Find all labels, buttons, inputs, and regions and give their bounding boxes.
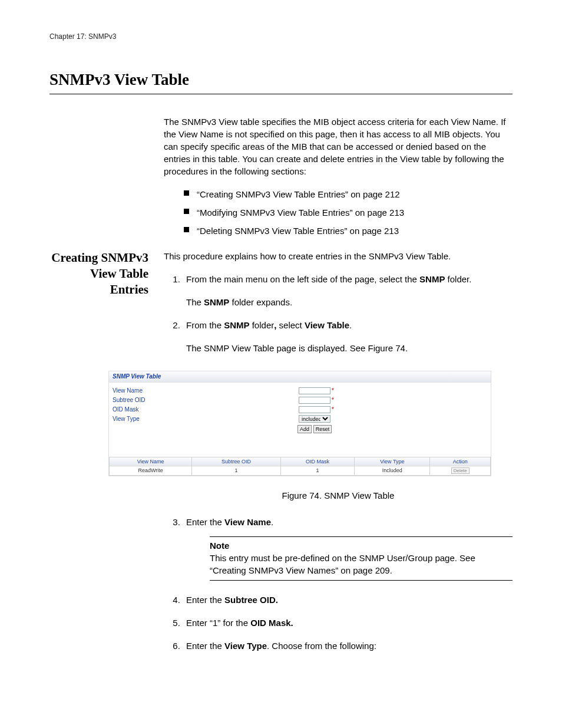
step-text: Enter the <box>186 641 224 651</box>
step-text: folder. <box>445 274 471 284</box>
list-item: “Creating SNMPv3 View Table Entries” on … <box>184 188 513 200</box>
section-side-heading: Creating SNMPv3 View Table Entries <box>49 250 164 298</box>
step-item: From the SNMP folder, select View Table.… <box>183 319 513 354</box>
step-text-bold: View Type <box>224 641 267 651</box>
step-text-bold: SNMP <box>224 320 249 330</box>
step-result: The SNMP folder expands. <box>186 296 513 308</box>
step-text: Enter the <box>186 517 224 527</box>
cell-view-name: ReadWrite <box>110 466 192 476</box>
step-text: From the <box>186 320 224 330</box>
step-text: Enter “1” for the <box>186 618 250 628</box>
snmp-view-data-table: View Name Subtree OID OID Mask View Type… <box>109 457 491 476</box>
chapter-header: Chapter 17: SNMPv3 <box>49 32 513 42</box>
cell-oid-mask: 1 <box>280 466 354 476</box>
step-text-bold: OID Mask. <box>250 618 293 628</box>
step-text-bold: SNMP <box>204 297 229 307</box>
intro-paragraph: The SNMPv3 View table specifies the MIB … <box>164 116 513 177</box>
required-asterisk: * <box>332 406 334 414</box>
required-asterisk: * <box>332 387 334 395</box>
step-text: Enter the <box>186 595 224 605</box>
col-header: Subtree OID <box>192 457 281 466</box>
note-body: This entry must be pre-defined on the SN… <box>210 552 513 577</box>
step-text: . <box>349 320 352 330</box>
step-text: From the main menu on the left side of t… <box>186 274 419 284</box>
step-result: The SNMP View Table page is displayed. S… <box>186 342 513 354</box>
step-text: select <box>276 320 305 330</box>
col-header: Action <box>430 457 491 466</box>
step-text-bold: View Table <box>305 320 349 330</box>
procedure-intro: This procedure explains how to create en… <box>164 250 513 262</box>
step-item: Enter the View Type. Choose from the fol… <box>183 640 513 652</box>
table-row: ReadWrite 1 1 Included Delete <box>110 466 491 476</box>
add-button[interactable]: Add <box>297 425 312 433</box>
note-label: Note <box>210 539 513 552</box>
field-label-subtree-oid: Subtree OID <box>111 396 299 404</box>
subtree-oid-input[interactable] <box>299 397 330 404</box>
page-title: SNMPv3 View Table <box>49 69 513 94</box>
step-item: Enter “1” for the OID Mask. <box>183 617 513 629</box>
step-text: The <box>186 297 204 307</box>
figure-caption: Figure 74. SNMP View Table <box>164 489 513 502</box>
step-item: From the main menu on the left side of t… <box>183 273 513 308</box>
step-item: Enter the Subtree OID. <box>183 594 513 606</box>
view-type-select[interactable]: included <box>299 415 330 423</box>
field-label-oid-mask: OID Mask <box>111 406 299 414</box>
col-header: View Name <box>110 457 192 466</box>
field-label-view-name: View Name <box>111 387 299 395</box>
cell-subtree-oid: 1 <box>192 466 281 476</box>
panel-title: SNMP View Table <box>109 371 491 383</box>
note-box: Note This entry must be pre-defined on t… <box>210 536 513 581</box>
step-text-bold: View Name <box>224 517 271 527</box>
step-text: . Choose from the following: <box>267 641 376 651</box>
step-text: . <box>271 517 273 527</box>
reset-button[interactable]: Reset <box>313 425 332 433</box>
step-text: folder expands. <box>229 297 292 307</box>
view-name-input[interactable] <box>299 387 330 394</box>
delete-button[interactable]: Delete <box>451 467 470 474</box>
required-asterisk: * <box>332 396 334 404</box>
step-text: folder <box>250 320 275 330</box>
oid-mask-input[interactable] <box>299 406 330 413</box>
section-links-list: “Creating SNMPv3 View Table Entries” on … <box>184 188 513 237</box>
figure-snmp-view-table: SNMP View Table View Name * Subtree OID … <box>164 371 513 502</box>
col-header: OID Mask <box>280 457 354 466</box>
step-text-bold: Subtree OID. <box>224 595 278 605</box>
list-item: “Deleting SNMPv3 View Table Entries” on … <box>184 225 513 237</box>
table-header-row: View Name Subtree OID OID Mask View Type… <box>110 457 491 466</box>
cell-view-type: Included <box>355 466 430 476</box>
step-text-bold: SNMP <box>419 274 445 284</box>
field-label-view-type: View Type <box>111 415 299 423</box>
list-item: “Modifying SNMPv3 View Table Entries” on… <box>184 206 513 219</box>
step-item: Enter the View Name. Note This entry mus… <box>183 516 513 581</box>
col-header: View Type <box>355 457 430 466</box>
